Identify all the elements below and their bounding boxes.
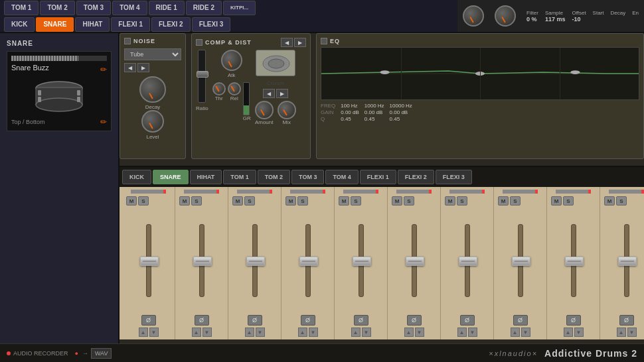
phase-button[interactable]: Ø xyxy=(354,315,368,326)
tab-tom4[interactable]: TOM 4 xyxy=(325,170,358,184)
ride2-nav-btn[interactable]: RIDE 2 xyxy=(186,1,222,15)
send-down-arrow[interactable]: ▼ xyxy=(149,328,159,337)
send-up-arrow[interactable]: ▲ xyxy=(192,328,201,337)
phase-button[interactable]: Ø xyxy=(619,315,634,326)
send-down-arrow[interactable]: ▼ xyxy=(468,328,477,337)
mute-button[interactable]: M xyxy=(392,196,402,206)
fader-handle[interactable] xyxy=(618,257,637,266)
send-up-arrow[interactable]: ▲ xyxy=(404,328,414,337)
send-up-arrow[interactable]: ▲ xyxy=(564,328,573,337)
send-down-arrow[interactable]: ▼ xyxy=(574,328,584,337)
solo-button[interactable]: S xyxy=(138,196,149,206)
crunch-next-btn[interactable]: ▶ xyxy=(276,89,288,98)
mute-button[interactable]: M xyxy=(445,196,455,206)
tom2-nav-btn[interactable]: TOM 2 xyxy=(40,1,74,15)
tom3-nav-btn[interactable]: TOM 3 xyxy=(76,1,111,15)
atk-knob[interactable] xyxy=(221,50,242,71)
solo-button[interactable]: S xyxy=(510,196,521,206)
mute-button[interactable]: M xyxy=(126,196,137,206)
send-up-arrow[interactable]: ▲ xyxy=(511,328,520,337)
fader-handle[interactable] xyxy=(140,257,159,266)
knob-2[interactable] xyxy=(495,5,516,27)
kitpi-nav-btn[interactable]: KITPI... xyxy=(223,1,256,15)
edit-icon-1[interactable]: ✏ xyxy=(100,65,107,74)
send-up-arrow[interactable]: ▲ xyxy=(351,328,361,337)
tab-flexi1[interactable]: FLEXI 1 xyxy=(360,170,396,184)
phase-button[interactable]: Ø xyxy=(407,315,422,326)
comp-checkbox[interactable] xyxy=(196,39,202,46)
send-down-arrow[interactable]: ▼ xyxy=(309,328,318,337)
send-down-arrow[interactable]: ▼ xyxy=(521,328,530,337)
tab-tom2[interactable]: TOM 2 xyxy=(258,170,290,184)
ratio-fader-handle[interactable] xyxy=(197,71,208,78)
send-up-arrow[interactable]: ▲ xyxy=(298,328,307,337)
mute-button[interactable]: M xyxy=(498,196,509,206)
send-up-arrow[interactable]: ▲ xyxy=(245,328,254,337)
tab-flexi3[interactable]: FLEXI 3 xyxy=(436,170,472,184)
comp-next-btn[interactable]: ▶ xyxy=(294,38,306,47)
send-down-arrow[interactable]: ▼ xyxy=(256,328,265,337)
fader-handle[interactable] xyxy=(565,257,584,266)
level-knob[interactable] xyxy=(141,110,164,133)
phase-button[interactable]: Ø xyxy=(141,315,156,326)
send-down-arrow[interactable]: ▼ xyxy=(627,328,637,337)
mute-button[interactable]: M xyxy=(179,196,190,206)
fader-handle[interactable] xyxy=(246,257,265,266)
amount-knob[interactable] xyxy=(255,101,274,119)
mute-button[interactable]: M xyxy=(232,196,243,206)
phase-button[interactable]: Ø xyxy=(248,315,262,326)
kick-nav-btn[interactable]: KICK xyxy=(4,17,35,32)
tab-hihat[interactable]: HIHAT xyxy=(190,170,222,184)
edit-icon-2[interactable]: ✏ xyxy=(100,117,107,127)
send-up-arrow[interactable]: ▲ xyxy=(457,328,467,337)
tom4-nav-btn[interactable]: TOM 4 xyxy=(112,1,147,15)
send-down-arrow[interactable]: ▼ xyxy=(362,328,371,337)
mix-knob[interactable] xyxy=(278,101,296,119)
thr-knob[interactable] xyxy=(212,82,226,95)
phase-button[interactable]: Ø xyxy=(460,315,475,326)
flexi3-nav-btn[interactable]: FLEXI 3 xyxy=(192,17,231,32)
phase-button[interactable]: Ø xyxy=(566,315,581,326)
tab-kick[interactable]: KICK xyxy=(122,170,151,184)
send-down-arrow[interactable]: ▼ xyxy=(415,328,424,337)
tab-tom1[interactable]: TOM 1 xyxy=(223,170,256,184)
crunch-prev-btn[interactable]: ◀ xyxy=(263,89,275,98)
decay-knob[interactable] xyxy=(139,76,166,103)
solo-button[interactable]: S xyxy=(616,196,627,206)
tom1-nav-btn[interactable]: TOM 1 xyxy=(4,1,39,15)
mute-button[interactable]: M xyxy=(604,196,615,206)
fader-handle[interactable] xyxy=(512,257,530,266)
ratio-fader[interactable] xyxy=(198,50,206,103)
noise-checkbox[interactable] xyxy=(124,38,131,44)
solo-button[interactable]: S xyxy=(244,196,255,206)
eq-checkbox[interactable] xyxy=(321,38,327,44)
mute-button[interactable]: M xyxy=(285,196,296,206)
mute-button[interactable]: M xyxy=(551,196,562,206)
fader-handle[interactable] xyxy=(406,257,424,266)
mute-button[interactable]: M xyxy=(339,196,349,206)
flexi2-nav-btn[interactable]: FLEXI 2 xyxy=(151,17,191,32)
solo-button[interactable]: S xyxy=(351,196,361,206)
solo-button[interactable]: S xyxy=(404,196,414,206)
send-up-arrow[interactable]: ▲ xyxy=(139,328,148,337)
noise-next-btn[interactable]: ▶ xyxy=(137,63,149,72)
fader-handle[interactable] xyxy=(353,257,371,266)
ride1-nav-btn[interactable]: RIDE 1 xyxy=(149,1,185,15)
send-up-arrow[interactable]: ▲ xyxy=(617,328,626,337)
snare-nav-btn[interactable]: SNARE xyxy=(36,17,74,32)
phase-button[interactable]: Ø xyxy=(195,315,209,326)
phase-button[interactable]: Ø xyxy=(513,315,528,326)
rel-knob[interactable] xyxy=(228,82,241,95)
comp-prev-btn[interactable]: ◀ xyxy=(281,38,293,47)
fader-handle[interactable] xyxy=(193,257,212,266)
solo-button[interactable]: S xyxy=(563,196,574,206)
knob-1[interactable] xyxy=(463,5,484,27)
solo-button[interactable]: S xyxy=(191,196,202,206)
fader-handle[interactable] xyxy=(299,257,318,266)
phase-button[interactable]: Ø xyxy=(301,315,315,326)
flexi1-nav-btn[interactable]: FLEXI 1 xyxy=(111,17,150,32)
solo-button[interactable]: S xyxy=(457,196,467,206)
tab-snare[interactable]: SNARE xyxy=(153,170,189,184)
noise-type-select[interactable]: Tube xyxy=(124,48,181,60)
noise-prev-btn[interactable]: ◀ xyxy=(124,63,136,72)
